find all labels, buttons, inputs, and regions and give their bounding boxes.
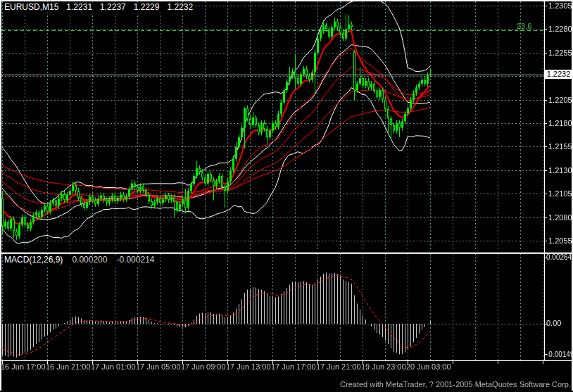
price-axis-label: 1.2055 (548, 236, 572, 245)
macd-main-value: 0.000200 (72, 255, 107, 265)
time-axis-label: 16 Jun 17:00 (1, 362, 46, 371)
time-axis-label: 17 Jun 13:00 (226, 362, 271, 371)
macd-axis-max-label: 0.00264 (546, 253, 572, 261)
macd-axis-zero-label: 0.00 (546, 319, 561, 327)
price-axis-label: 1.2255 (548, 49, 572, 57)
macd-signal-value: -0.000214 (116, 255, 154, 265)
price-axis-label: 1.2130 (548, 166, 572, 175)
time-axis-label: 17 Jun 17:00 (271, 362, 316, 371)
macd-indicator-header: MACD(12,26,9) 0.000200 -0.000214 (4, 255, 156, 265)
price-axis-label: 1.2305 (548, 1, 572, 10)
macd-label: MACD(12,26,9) (4, 255, 63, 265)
price-axis-label: 1.2180 (548, 119, 572, 127)
chart-canvas[interactable] (0, 0, 573, 392)
bar-high-value: 1.2237 (100, 2, 126, 12)
metaquotes-credit: Created with MetaTrader, ? 2001-2005 Met… (340, 380, 571, 388)
price-axis-label: 1.2280 (548, 25, 572, 33)
chart-title: EURUSD,M15 1.2231 1.2237 1.2229 1.2232 (4, 2, 195, 13)
time-axis-label: 17 Jun 21:00 (316, 362, 361, 371)
bar-close-value: 1.2232 (167, 2, 193, 12)
price-axis-label: 1.2155 (548, 142, 572, 151)
price-axis-label: 1.2205 (548, 96, 572, 104)
time-axis-label: 17 Jun 05:00 (136, 362, 181, 371)
macd-axis-min-label: -0.00149 (546, 350, 573, 358)
symbol-timeframe-label: EURUSD,M15 (4, 2, 58, 12)
fibo-level-label: 23.6 (517, 22, 531, 30)
bar-low-value: 1.2229 (134, 2, 160, 12)
price-axis-label: 1.2080 (548, 213, 572, 222)
time-axis-label: 17 Jun 01:00 (91, 362, 136, 371)
time-axis-label: 20 Jun 03:00 (406, 362, 451, 371)
metatrader-chart-window: EURUSD,M15 1.2231 1.2237 1.2229 1.2232 M… (0, 0, 573, 392)
time-axis-label: 17 Jun 09:00 (181, 362, 226, 371)
bar-open-value: 1.2231 (66, 2, 92, 12)
price-axis-label: 1.2105 (548, 189, 572, 198)
time-axis-label: 19 Jun 23:00 (361, 362, 406, 371)
current-price-tag: 1.2232 (545, 70, 572, 79)
time-axis-label: 16 Jun 21:00 (46, 362, 91, 371)
